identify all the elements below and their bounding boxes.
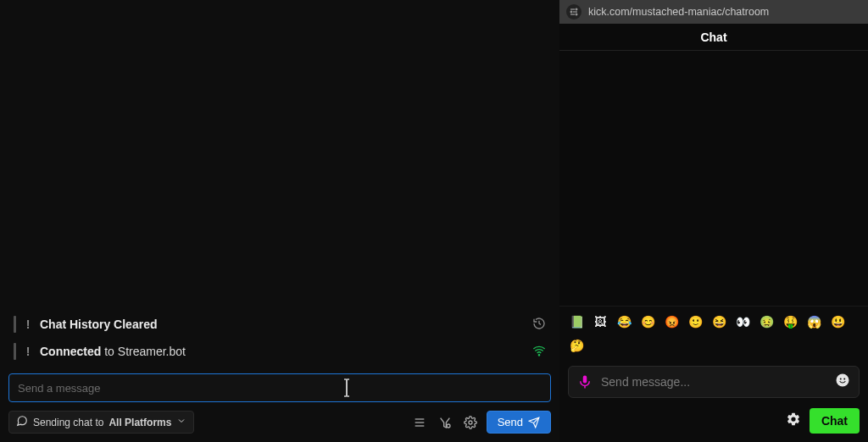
message-input-wrapper[interactable]	[8, 373, 551, 402]
chat-header: Chat	[559, 24, 868, 51]
microphone-icon[interactable]	[577, 374, 593, 390]
filter-icon[interactable]	[436, 413, 454, 432]
system-message-bold: Connected	[40, 345, 101, 358]
chat-header-title: Chat	[700, 30, 726, 44]
svg-point-15	[837, 374, 849, 387]
emote-item[interactable]: 😃	[829, 313, 846, 330]
emote-item[interactable]: 😡	[663, 313, 680, 330]
emote-item[interactable]: 🤔	[568, 337, 585, 354]
chat-body	[559, 51, 868, 306]
history-icon	[532, 317, 546, 333]
svg-point-13	[576, 14, 577, 15]
system-message-rest: to Streamer.bot	[101, 345, 186, 358]
svg-point-4	[447, 424, 450, 428]
gear-icon[interactable]	[461, 413, 480, 432]
emote-item[interactable]: 👀	[734, 313, 751, 330]
kick-message-input[interactable]	[601, 375, 826, 389]
system-message-row: ! Connected to Streamer.bot	[8, 338, 551, 365]
platform-selector-value: All Platforms	[108, 417, 171, 428]
system-message-text: Connected to Streamer.bot	[40, 345, 524, 358]
svg-point-11	[570, 11, 572, 13]
kick-message-input-wrapper[interactable]	[568, 366, 860, 398]
system-message-feed: ! Chat History Cleared ! Connected to St…	[0, 0, 559, 365]
chat-bubble-icon	[16, 415, 28, 429]
emote-item[interactable]: 🖼	[592, 313, 609, 330]
emoji-picker-icon[interactable]	[835, 373, 850, 391]
browser-panel: kick.com/mustached-maniac/chatroom Chat …	[559, 0, 868, 442]
system-message-text: Chat History Cleared	[40, 318, 524, 331]
emote-item[interactable]: 🙂	[687, 313, 704, 330]
system-message-row: ! Chat History Cleared	[8, 311, 551, 338]
emote-item[interactable]: 📗	[568, 313, 585, 330]
site-settings-icon[interactable]	[566, 4, 581, 19]
svg-point-0	[538, 354, 539, 355]
platform-selector-prefix: Sending chat to	[33, 417, 103, 428]
wifi-icon	[532, 344, 546, 360]
row-accent-bar	[14, 343, 16, 360]
chevron-down-icon	[176, 416, 186, 428]
info-icon: !	[25, 318, 31, 331]
message-input[interactable]	[18, 382, 542, 395]
emote-item[interactable]: 🤑	[782, 313, 798, 330]
send-button-label: Send	[498, 416, 523, 428]
emote-item[interactable]: 😆	[710, 313, 727, 330]
send-button[interactable]: Send	[487, 411, 551, 434]
streamerbot-panel: ! Chat History Cleared ! Connected to St…	[0, 0, 559, 442]
kick-compose-area	[559, 361, 868, 401]
emote-item[interactable]: 😊	[639, 313, 656, 330]
svg-point-9	[576, 8, 577, 10]
kick-action-row: Chat	[559, 401, 868, 442]
url-text: kick.com/mustached-maniac/chatroom	[588, 6, 769, 18]
emote-item[interactable]: 🤢	[758, 313, 775, 330]
address-bar[interactable]: kick.com/mustached-maniac/chatroom	[559, 0, 868, 24]
compose-toolbar: Sending chat to All Platforms Send	[0, 411, 559, 442]
system-message-bold: Chat History Cleared	[40, 318, 157, 331]
svg-point-17	[843, 378, 845, 380]
list-icon[interactable]	[410, 413, 429, 432]
emote-item[interactable]: 😂	[615, 313, 632, 330]
svg-point-16	[840, 378, 842, 380]
emote-item[interactable]: 😱	[805, 313, 822, 330]
compose-area	[0, 365, 559, 411]
send-icon	[528, 417, 540, 428]
gear-icon[interactable]	[786, 412, 801, 430]
chat-send-button[interactable]: Chat	[810, 408, 860, 434]
platform-selector[interactable]: Sending chat to All Platforms	[8, 411, 194, 434]
row-accent-bar	[14, 316, 16, 333]
emote-row: 📗🖼😂😊😡🙂😆👀🤢🤑😱😃🤔	[559, 306, 868, 361]
svg-point-5	[469, 421, 472, 424]
text-cursor-icon	[342, 378, 343, 397]
info-icon: !	[25, 345, 31, 358]
